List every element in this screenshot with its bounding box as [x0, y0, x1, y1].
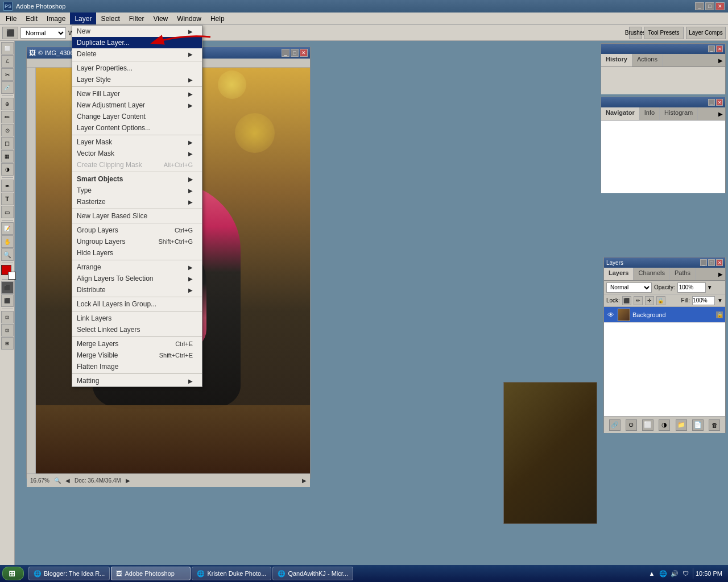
layers-blend-mode[interactable]: Normal — [606, 282, 652, 293]
extra-tools-3[interactable]: ⊞ — [1, 337, 14, 350]
dodge-tool[interactable]: ◑ — [1, 163, 14, 176]
ha-minimize[interactable]: _ — [708, 45, 715, 52]
menu-window[interactable]: Window — [172, 13, 206, 24]
lock-position[interactable]: ✛ — [645, 296, 654, 305]
layers-menu-btn[interactable]: ▶ — [716, 268, 725, 280]
new-group-btn[interactable]: 📁 — [676, 419, 687, 431]
menu-vector-mask[interactable]: Vector Mask ▶ — [72, 148, 202, 159]
maximize-button[interactable]: □ — [705, 2, 714, 10]
menu-new-slice[interactable]: New Layer Based Slice — [72, 210, 202, 222]
layers-tab[interactable]: Layers — [604, 268, 634, 280]
menu-help[interactable]: Help — [206, 13, 229, 24]
color-swatches[interactable] — [1, 265, 14, 277]
menu-type[interactable]: Type ▶ — [72, 185, 202, 196]
clock[interactable]: 10:50 PM — [696, 570, 722, 577]
hand-tool[interactable]: ✋ — [1, 235, 14, 248]
screen-mode-btn[interactable]: ⬛ — [1, 294, 14, 307]
gradient-tool[interactable]: ▦ — [1, 150, 14, 163]
menu-image[interactable]: Image — [42, 13, 70, 24]
menu-new-fill[interactable]: New Fill Layer ▶ — [72, 88, 202, 99]
menu-lock-all[interactable]: Lock All Layers in Group... — [72, 298, 202, 310]
navigator-tab[interactable]: Navigator — [601, 107, 640, 120]
menu-select-linked[interactable]: Select Linked Layers — [72, 324, 202, 335]
close-button[interactable]: ✕ — [715, 2, 725, 10]
nih-controls[interactable]: _ ✕ — [708, 99, 723, 106]
blend-mode-select[interactable]: Normal — [20, 27, 66, 39]
layers-controls[interactable]: _ □ ✕ — [700, 259, 723, 266]
crop-tool[interactable]: ✂ — [1, 68, 14, 81]
menu-edit[interactable]: Edit — [21, 13, 42, 24]
doc-minimize[interactable]: _ — [282, 49, 289, 57]
lasso-tool[interactable]: ℒ — [1, 55, 14, 68]
tray-security[interactable]: 🛡 — [681, 569, 690, 578]
eyedropper-tool[interactable]: 💉 — [1, 81, 14, 94]
nav-right[interactable]: ▶ — [126, 477, 130, 484]
taskbar-blogger[interactable]: 🌐 Blogger: The Idea R... — [28, 567, 110, 580]
menu-merge-layers[interactable]: Merge Layers Ctrl+E — [72, 338, 202, 350]
new-adjustment-btn[interactable]: ◑ — [659, 419, 670, 431]
ha-close[interactable]: ✕ — [716, 45, 723, 52]
quick-mask-btn[interactable]: ⬛ — [1, 281, 14, 294]
taskbar-photoshop[interactable]: 🖼 Adobe Photoshop — [111, 567, 191, 580]
scroll-right[interactable]: ▶ — [302, 477, 307, 484]
menu-filter[interactable]: Filter — [125, 13, 149, 24]
lock-image[interactable]: ✏ — [634, 296, 643, 305]
menu-ungroup-layers[interactable]: Ungroup Layers Shift+Ctrl+G — [72, 236, 202, 247]
info-tab[interactable]: Info — [640, 107, 660, 120]
opacity-input[interactable] — [677, 282, 706, 293]
tray-sound[interactable]: 🔊 — [670, 569, 679, 578]
menu-merge-visible[interactable]: Merge Visible Shift+Ctrl+E — [72, 350, 202, 361]
start-button[interactable]: ⊞ — [2, 567, 24, 580]
menu-rasterize[interactable]: Rasterize ▶ — [72, 196, 202, 207]
menu-layer-mask[interactable]: Layer Mask ▶ — [72, 136, 202, 148]
menu-align[interactable]: Align Layers To Selection ▶ — [72, 273, 202, 284]
menu-arrange[interactable]: Arrange ▶ — [72, 261, 202, 273]
lock-transparent[interactable]: ⬛ — [622, 296, 631, 305]
histogram-tab[interactable]: Histogram — [660, 107, 698, 120]
shape-tool[interactable]: ▭ — [1, 206, 14, 218]
add-style-btn[interactable]: ⊙ — [626, 419, 637, 431]
delete-layer-btn[interactable]: 🗑 — [709, 419, 720, 431]
menu-clipping-mask[interactable]: Create Clipping Mask Alt+Ctrl+G — [72, 159, 202, 171]
panel-menu-btn[interactable]: ▶ — [716, 54, 725, 66]
menu-flatten[interactable]: Flatten Image — [72, 361, 202, 372]
zoom-tool[interactable]: 🔍 — [1, 248, 14, 261]
nih-minimize[interactable]: _ — [708, 99, 715, 106]
channels-tab[interactable]: Channels — [634, 268, 669, 280]
fill-arrow[interactable]: ▼ — [717, 297, 723, 304]
menu-layer-properties[interactable]: Layer Properties... — [72, 63, 202, 74]
text-tool[interactable]: T — [1, 193, 14, 205]
doc-maximize[interactable]: □ — [291, 49, 299, 57]
nih-close[interactable]: ✕ — [716, 99, 723, 106]
paths-tab[interactable]: Paths — [670, 268, 696, 280]
opacity-arrow[interactable]: ▼ — [707, 284, 713, 290]
layer-background-row[interactable]: 👁 Background 🔒 — [604, 307, 725, 323]
menu-link-layers[interactable]: Link Layers — [72, 313, 202, 324]
new-layer-btn[interactable]: 📄 — [692, 419, 704, 431]
menu-file[interactable]: File — [1, 13, 21, 24]
healing-tool[interactable]: ⊕ — [1, 98, 14, 110]
menu-select[interactable]: Select — [96, 13, 124, 24]
menu-hide-layers[interactable]: Hide Layers — [72, 247, 202, 259]
layers-close[interactable]: ✕ — [716, 259, 723, 266]
menu-change-content[interactable]: Change Layer Content — [72, 111, 202, 122]
taskbar-kristen[interactable]: 🌐 Kristen Duke Photo... — [192, 567, 271, 580]
menu-smart-objects[interactable]: Smart Objects ▶ — [72, 173, 202, 185]
extra-tools-2[interactable]: ⊡ — [1, 324, 14, 336]
link-layers-btn[interactable]: 🔗 — [609, 419, 621, 431]
menu-new[interactable]: New ▶ — [72, 26, 202, 37]
menu-distribute[interactable]: Distribute ▶ — [72, 284, 202, 296]
tray-network[interactable]: 🌐 — [659, 569, 668, 578]
notes-tool[interactable]: 📝 — [1, 222, 14, 235]
clone-tool[interactable]: ⊙ — [1, 124, 14, 136]
menu-group-layers[interactable]: Group Layers Ctrl+G — [72, 225, 202, 236]
add-mask-btn[interactable]: ⬜ — [642, 419, 653, 431]
tool-presets-btn[interactable]: Tool Presets — [644, 27, 684, 39]
selection-tool[interactable]: ⬜ — [1, 42, 14, 55]
layers-maximize[interactable]: □ — [708, 259, 715, 266]
menu-content-options[interactable]: Layer Content Options... — [72, 122, 202, 134]
brush-tool[interactable]: ✏ — [1, 111, 14, 123]
path-tool[interactable]: ✒ — [1, 180, 14, 192]
layer-eye-icon[interactable]: 👁 — [606, 310, 615, 319]
actions-tab[interactable]: Actions — [632, 54, 663, 66]
